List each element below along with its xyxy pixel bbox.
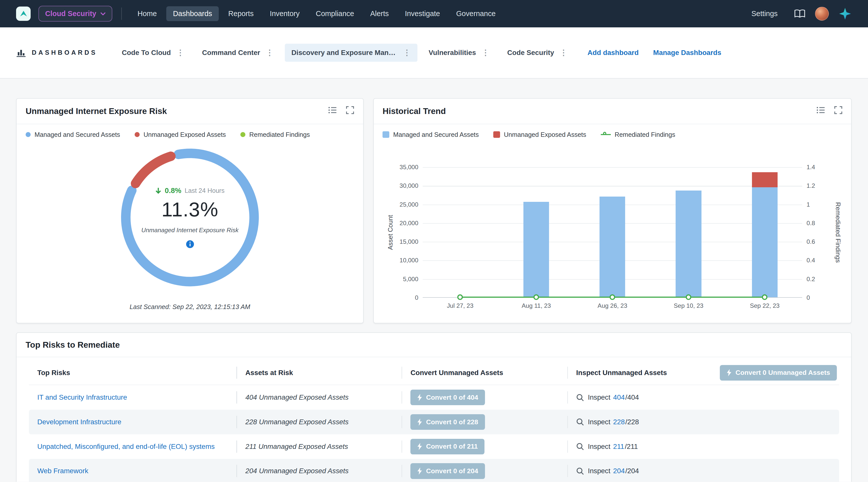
x-axis-tick: Sep 22, 23	[750, 302, 780, 309]
y-axis-tick-right: 0.8	[806, 220, 815, 227]
assets-at-risk-text: 404 Unmanaged Exposed Assets	[245, 393, 349, 401]
info-icon[interactable]	[186, 240, 194, 248]
nav-item-compliance[interactable]: Compliance	[309, 6, 361, 21]
manage-dashboards-link[interactable]: Manage Dashboards	[653, 49, 721, 57]
nav-item-investigate[interactable]: Investigate	[398, 6, 447, 21]
legend-square	[493, 131, 500, 138]
tab-options-icon[interactable]: ⋮	[266, 49, 274, 57]
legend-label: Unmanaged Exposed Assets	[504, 131, 586, 138]
inspect-count-link[interactable]: 404	[613, 393, 625, 401]
legend-dot	[240, 132, 245, 137]
docs-icon[interactable]	[794, 9, 806, 19]
table-row: Unpatched, Misconfigured, and end-of-lif…	[29, 434, 839, 459]
legend-item-managed: Managed and Secured Assets	[382, 131, 479, 138]
table-header-row: Top Risks Assets at Risk Convert Unmanag…	[29, 361, 839, 385]
legend-item-remediated: Remediated Findings	[601, 131, 675, 138]
inspect-label: Inspect	[588, 393, 610, 401]
delta-period: Last 24 Hours	[185, 187, 224, 194]
inspect-count-link[interactable]: 211	[613, 443, 624, 451]
tab-discovery-and-exposure[interactable]: Discovery and Exposure Managem... ⋮	[285, 44, 418, 62]
remediated-findings-line	[423, 167, 802, 297]
convert-label: Convert 0 of 211	[426, 443, 478, 450]
y-axis-tick-left: 20,000	[374, 220, 418, 227]
tab-options-icon[interactable]: ⋮	[176, 49, 184, 57]
legend-label: Managed and Secured Assets	[393, 131, 479, 138]
risk-link[interactable]: Web Framework	[37, 467, 88, 475]
legend-label: Remediated Findings	[249, 131, 310, 138]
expand-icon[interactable]	[834, 106, 842, 117]
tab-code-to-cloud[interactable]: Code To Cloud ⋮	[115, 44, 191, 62]
convert-row-button[interactable]: Convert 0 of 211	[410, 439, 485, 454]
convert-row-button[interactable]: Convert 0 of 404	[410, 390, 485, 405]
exposure-risk-card: Unmanaged Internet Exposure Risk Managed…	[16, 98, 364, 323]
donut-legend: Managed and Secured Assets Unmanaged Exp…	[17, 124, 363, 139]
tab-command-center[interactable]: Command Center ⋮	[195, 44, 280, 62]
inspect-count-link[interactable]: 228	[613, 418, 625, 426]
nav-item-inventory[interactable]: Inventory	[263, 6, 306, 21]
lightning-icon	[417, 394, 422, 401]
magnifier-icon	[576, 443, 584, 450]
tab-label: Code To Cloud	[122, 49, 171, 57]
tab-options-icon[interactable]: ⋮	[560, 49, 567, 57]
last-scanned-text: Last Scanned: Sep 22, 2023, 12:15:13 AM	[17, 303, 363, 311]
legend-item-managed: Managed and Secured Assets	[26, 131, 120, 138]
nav-item-home[interactable]: Home	[131, 6, 163, 21]
convert-all-label: Convert 0 Unmanaged Assets	[736, 369, 830, 377]
inspect-label: Inspect	[588, 443, 610, 451]
x-axis-tick: Aug 26, 23	[597, 302, 627, 309]
legend-label: Managed and Secured Assets	[34, 131, 120, 138]
legend-dot	[26, 132, 31, 137]
assets-at-risk-text: 228 Unmanaged Exposed Assets	[245, 418, 349, 426]
x-axis-tick: Aug 11, 23	[522, 302, 551, 309]
nav-item-reports[interactable]: Reports	[221, 6, 260, 21]
dashboards-label-text: DASHBOARDS	[32, 49, 97, 56]
dashboard-tabs: Code To Cloud ⋮ Command Center ⋮ Discove…	[115, 44, 574, 62]
y-axis-tick-left: 10,000	[374, 257, 418, 264]
card-title: Unmanaged Internet Exposure Risk	[26, 106, 167, 116]
nav-item-governance[interactable]: Governance	[450, 6, 502, 21]
exposure-risk-caption: Unmanaged Internet Exposure Risk	[142, 227, 239, 234]
bar-chart-icon	[16, 48, 26, 57]
tab-options-icon[interactable]: ⋮	[403, 49, 411, 57]
tab-options-icon[interactable]: ⋮	[482, 49, 489, 57]
nav-item-settings[interactable]: Settings	[745, 6, 784, 21]
risk-link[interactable]: Development Infrastructure	[37, 418, 122, 426]
y-axis-tick-right: 1	[806, 201, 810, 208]
convert-all-button[interactable]: Convert 0 Unmanaged Assets	[720, 365, 837, 381]
app-logo-icon[interactable]	[16, 6, 31, 21]
y-axis-tick-left: 5,000	[374, 276, 418, 283]
inspect-label: Inspect	[588, 418, 610, 426]
column-header-top-risks: Top Risks	[37, 369, 70, 377]
user-avatar[interactable]	[815, 7, 829, 21]
y-axis-tick-right: 0	[806, 294, 810, 301]
lightning-icon	[417, 443, 422, 450]
lightning-icon	[417, 418, 422, 426]
magnifier-icon	[576, 394, 584, 401]
risk-link[interactable]: IT and Security Infrastructure	[37, 393, 127, 401]
y-axis-tick-left: 25,000	[374, 201, 418, 208]
legend-item-remediated: Remediated Findings	[240, 131, 310, 138]
plot-area	[423, 167, 802, 298]
lightning-icon	[417, 468, 422, 475]
convert-row-button[interactable]: Convert 0 of 228	[410, 414, 485, 430]
legend-list-icon[interactable]	[816, 106, 825, 116]
magnifier-icon	[576, 418, 584, 426]
risk-link[interactable]: Unpatched, Misconfigured, and end-of-lif…	[37, 443, 215, 451]
line-legend-icon	[601, 132, 611, 137]
convert-row-button[interactable]: Convert 0 of 204	[410, 463, 485, 479]
nav-item-alerts[interactable]: Alerts	[364, 6, 395, 21]
x-axis-tick: Jul 27, 23	[447, 302, 473, 309]
product-selector[interactable]: Cloud Security	[38, 6, 112, 22]
add-dashboard-link[interactable]: Add dashboard	[587, 49, 639, 57]
tab-label: Vulnerabilities	[429, 49, 476, 57]
main-content: Unmanaged Internet Exposure Risk Managed…	[0, 78, 868, 482]
expand-icon[interactable]	[346, 106, 354, 117]
legend-list-icon[interactable]	[328, 106, 337, 116]
tab-vulnerabilities[interactable]: Vulnerabilities ⋮	[422, 44, 496, 62]
nav-item-dashboards[interactable]: Dashboards	[166, 6, 219, 21]
dashboards-label: DASHBOARDS	[16, 48, 97, 57]
assistant-spark-icon[interactable]	[838, 7, 852, 20]
y-axis-tick-right: 1.2	[806, 182, 815, 189]
inspect-count-link[interactable]: 204	[613, 467, 625, 475]
tab-code-security[interactable]: Code Security ⋮	[501, 44, 574, 62]
